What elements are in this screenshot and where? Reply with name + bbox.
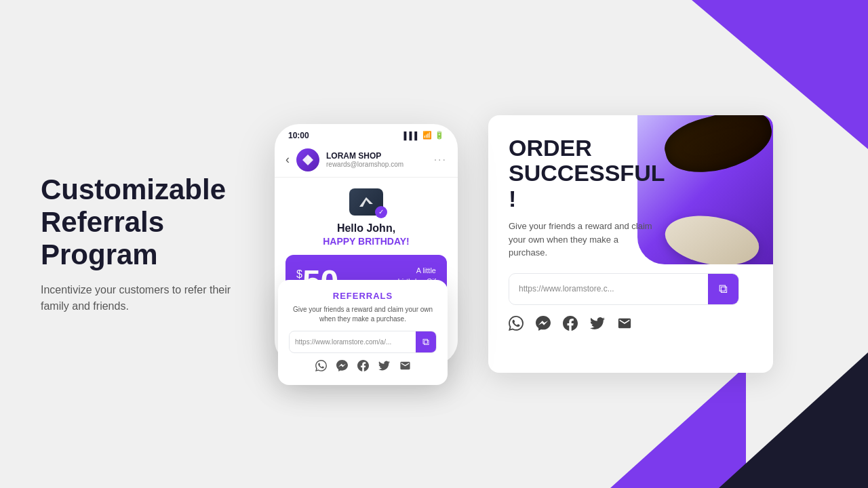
birthday-text: HAPPY BRITHDAY! [285, 236, 447, 247]
social-icons-row-large [509, 316, 753, 334]
logo-check-badge: ✓ [375, 206, 387, 218]
order-success-heading: ORDER SUCCESSFUL ! [509, 136, 658, 211]
status-icons: ▌▌▌ 📶 🔋 [404, 131, 444, 140]
signal-icon: ▌▌▌ [404, 131, 420, 140]
panel-content: ORDER SUCCESSFUL ! Give your friends a r… [488, 115, 773, 350]
referral-link-row-large: https://www.loramstore.c... ⧉ [509, 273, 739, 305]
main-subtext: Incentivize your customers to refer thei… [41, 282, 244, 314]
messenger-icon[interactable] [336, 360, 348, 374]
sender-name: LORAM SHOP [326, 151, 427, 161]
email-icon-large[interactable] [617, 316, 632, 334]
right-panel: ORDER SUCCESSFUL ! Give your friends a r… [488, 115, 773, 373]
copy-icon-large: ⧉ [719, 282, 728, 296]
social-icons-row-small [289, 360, 437, 374]
sender-email: rewards@loramshop.com [326, 161, 427, 168]
battery-icon: 🔋 [435, 131, 444, 140]
order-success-desc: Give your friends a reward and claim you… [509, 220, 658, 260]
heading-line2: SUCCESSFUL ! [509, 160, 665, 211]
twitter-icon-large[interactable] [590, 316, 605, 334]
facebook-icon[interactable] [357, 360, 369, 374]
logo-container: ✓ [349, 188, 383, 216]
referral-link-row: https://www.loramstore.com/a/... ⧉ [289, 331, 437, 353]
email-logo-area: ✓ [285, 188, 447, 216]
facebook-icon-large[interactable] [563, 316, 578, 334]
wifi-icon: 📶 [422, 131, 432, 140]
left-section: Customizable Referrals Program Incentivi… [41, 174, 244, 315]
phone-wrapper: 10:00 ▌▌▌ 📶 🔋 ‹ LORAM SHOP [271, 124, 461, 365]
svg-point-0 [307, 157, 311, 161]
more-options[interactable]: ··· [434, 154, 447, 166]
referrals-desc: Give your friends a reward and claim you… [289, 305, 437, 324]
referrals-card: REFERRALS Give your friends a reward and… [278, 280, 448, 385]
copy-icon-small: ⧉ [422, 336, 429, 348]
greeting-text: Hello John, [285, 222, 447, 235]
referrals-title: REFERRALS [289, 291, 437, 301]
copy-link-button-small[interactable]: ⧉ [416, 331, 436, 352]
whatsapp-icon[interactable] [315, 360, 327, 374]
referral-link-text: https://www.loramstore.com/a/... [290, 333, 416, 350]
messenger-icon-large[interactable] [536, 316, 551, 334]
phone-status-bar: 10:00 ▌▌▌ 📶 🔋 [275, 124, 458, 143]
sender-info: LORAM SHOP rewards@loramshop.com [326, 151, 427, 168]
sender-avatar [296, 148, 319, 171]
main-heading: Customizable Referrals Program [41, 174, 244, 272]
dollar-sign: $ [296, 268, 302, 281]
status-time: 10:00 [288, 131, 309, 140]
copy-link-button-large[interactable]: ⧉ [708, 274, 738, 304]
back-button[interactable]: ‹ [285, 152, 290, 167]
whatsapp-icon-large[interactable] [509, 316, 524, 334]
email-header: ‹ LORAM SHOP rewards@loramshop.com ··· [275, 143, 458, 178]
email-icon[interactable] [399, 360, 411, 374]
referral-link-text-large: https://www.loramstore.c... [509, 276, 708, 302]
heading-line1: ORDER [509, 135, 592, 161]
twitter-icon[interactable] [378, 360, 390, 374]
